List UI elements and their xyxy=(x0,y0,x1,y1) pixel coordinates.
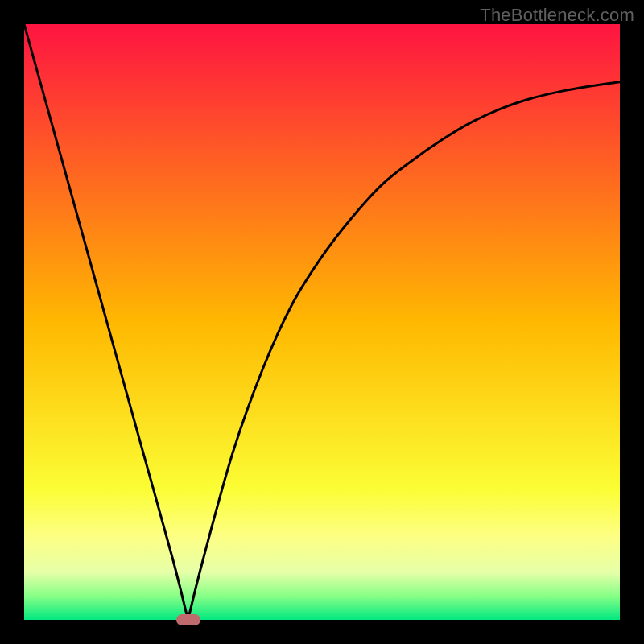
chart-frame: TheBottleneck.com xyxy=(0,0,644,644)
watermark-text: TheBottleneck.com xyxy=(480,5,634,26)
optimum-marker xyxy=(176,614,200,625)
curve-layer xyxy=(24,24,620,620)
curve-left-branch xyxy=(24,24,188,620)
curve-right-branch xyxy=(188,82,621,620)
plot-area xyxy=(24,24,620,620)
